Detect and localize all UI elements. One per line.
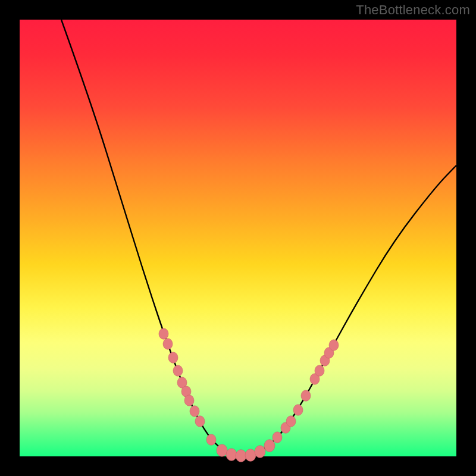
data-dot	[226, 449, 237, 461]
data-dot	[286, 416, 296, 427]
data-dot	[301, 390, 311, 401]
data-dot	[163, 339, 173, 349]
data-dot	[315, 365, 324, 376]
data-dot	[293, 405, 303, 415]
data-dot	[168, 352, 178, 363]
dots-left	[159, 328, 216, 445]
data-dot	[195, 416, 205, 427]
data-dot	[329, 340, 339, 350]
dots-right	[273, 340, 339, 443]
data-dot	[245, 449, 256, 462]
watermark-text: TheBottleneck.com	[356, 2, 470, 18]
data-dot	[236, 450, 246, 462]
data-dot	[217, 444, 227, 457]
curve-path	[61, 20, 456, 455]
data-dot	[173, 365, 183, 376]
chart-plot-area	[20, 20, 456, 456]
data-dot	[273, 432, 282, 443]
data-dot	[206, 434, 216, 445]
data-dot	[184, 395, 194, 406]
chart-frame: TheBottleneck.com	[0, 0, 476, 476]
data-dot	[264, 440, 275, 452]
bottleneck-curve	[20, 20, 456, 456]
dots-valley	[217, 440, 275, 462]
data-dot	[255, 446, 265, 458]
data-dot	[159, 328, 168, 339]
data-dot	[190, 406, 199, 416]
